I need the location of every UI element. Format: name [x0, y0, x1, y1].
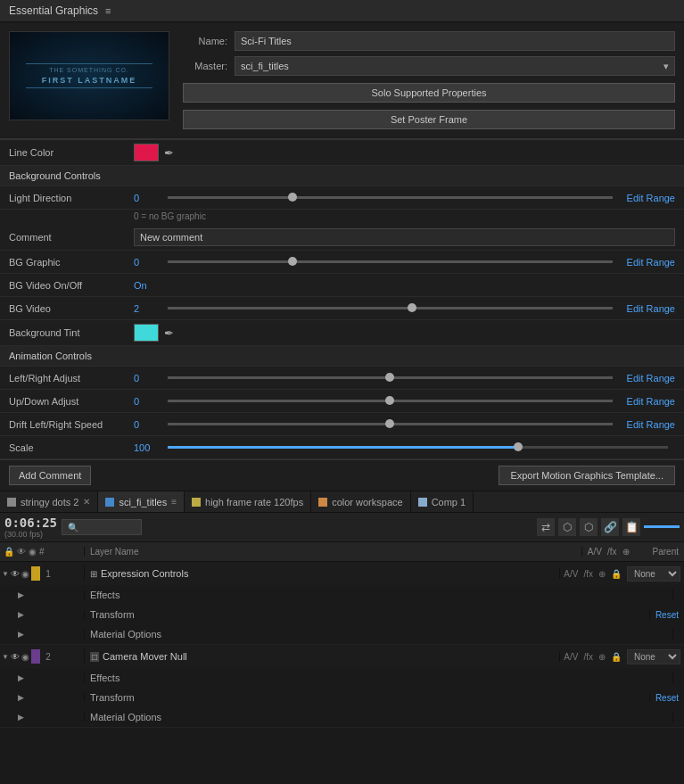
drift-track: [168, 423, 613, 425]
light-direction-handle[interactable]: [288, 193, 297, 202]
comment-input[interactable]: [134, 228, 675, 246]
timeline-header-row: 0:06:25 (30.00 fps) ⇄ ⬡ ⬡ 🔗 📋: [0, 513, 684, 542]
timeline-ctrl-4[interactable]: 🔗: [601, 518, 619, 536]
layer-2-props: A/V /fx ⊕ 🔒 None: [560, 649, 684, 664]
av-header: A/V: [588, 547, 602, 557]
light-direction-value[interactable]: 0: [134, 193, 161, 203]
tab-color-workspace[interactable]: color workspace: [311, 491, 410, 513]
drift-edit-range[interactable]: Edit Range: [627, 419, 675, 430]
drift-handle[interactable]: [385, 419, 394, 428]
effects-1-expand-icon[interactable]: ▶: [18, 590, 24, 599]
tab-menu-sci-fi[interactable]: ≡: [171, 497, 177, 507]
thumbnail-text-small: THE SOMETHING CO.: [49, 67, 129, 73]
effects-2-expand-icon[interactable]: ▶: [18, 673, 24, 682]
transform-2-expand-icon[interactable]: ▶: [18, 693, 24, 702]
up-down-row: Up/Down Adjust 0 Edit Range: [0, 390, 684, 413]
layer-1-visibility-icon[interactable]: 👁: [11, 569, 20, 579]
bg-video-slider[interactable]: [168, 307, 613, 309]
bg-graphic-handle[interactable]: [288, 257, 297, 266]
scale-handle[interactable]: [514, 442, 523, 451]
bg-video-track: [168, 307, 613, 309]
up-down-handle[interactable]: [385, 396, 394, 405]
layer-1-material-indent: ▶: [0, 630, 85, 639]
tab-comp1[interactable]: Comp 1: [411, 491, 474, 513]
bg-graphic-value[interactable]: 0: [134, 257, 161, 268]
export-button[interactable]: Export Motion Graphics Template...: [499, 466, 675, 485]
layer-1-name[interactable]: Expression Controls: [101, 568, 188, 579]
thumbnail-content: THE SOMETHING CO. FIRST LASTNAME: [10, 32, 169, 120]
layer-1-transform-reset[interactable]: Reset: [655, 610, 679, 620]
layer-2-transform-reset[interactable]: Reset: [655, 693, 679, 703]
layer-1-fx-icon[interactable]: /fx: [583, 569, 593, 579]
left-right-value[interactable]: 0: [134, 373, 161, 384]
solo-supported-button[interactable]: Solo Supported Properties: [183, 83, 675, 103]
timeline-ctrl-5[interactable]: 📋: [622, 518, 640, 536]
set-poster-frame-button[interactable]: Set Poster Frame: [183, 110, 675, 129]
master-dropdown[interactable]: sci_fi_titles ▾: [235, 56, 675, 76]
left-right-handle[interactable]: [385, 373, 394, 382]
transform-1-expand-icon[interactable]: ▶: [18, 610, 24, 619]
tab-sci-fi-titles[interactable]: sci_fi_titles ≡: [98, 491, 185, 513]
up-down-value[interactable]: 0: [134, 396, 161, 407]
light-direction-slider[interactable]: [168, 196, 613, 199]
bg-graphic-edit-range[interactable]: Edit Range: [627, 257, 675, 268]
up-down-slider[interactable]: [168, 400, 613, 402]
eye-header-icon: 👁: [17, 547, 26, 557]
bg-tint-swatch[interactable]: [134, 324, 159, 342]
name-input[interactable]: [235, 31, 675, 51]
properties-panel: Line Color ✒ Background Controls Light D…: [0, 139, 684, 491]
timeline-ctrl-2[interactable]: ⬡: [558, 518, 576, 536]
drift-value[interactable]: 0: [134, 419, 161, 430]
bg-controls-label: Background Controls: [9, 170, 101, 181]
layer-1-label-color: [31, 566, 40, 581]
chevron-down-icon: ▾: [663, 61, 669, 72]
tab-high-frame-rate[interactable]: high frame rate 120fps: [185, 491, 311, 513]
tab-color-hfr: [192, 498, 201, 507]
bg-video-row: BG Video 2 Edit Range: [0, 297, 684, 320]
bg-video-edit-range[interactable]: Edit Range: [627, 303, 675, 314]
panel-menu-icon[interactable]: ≡: [105, 5, 111, 16]
layer-search-input[interactable]: [62, 519, 142, 535]
line-color-swatch[interactable]: [134, 144, 159, 161]
layer-1-parent-select[interactable]: None: [627, 566, 680, 582]
tab-label-stringy: stringy dots 2: [21, 497, 78, 508]
tab-stringy-dots[interactable]: stringy dots 2 ✕: [0, 491, 98, 513]
layer-2-visibility-icon[interactable]: 👁: [11, 652, 20, 662]
add-comment-button[interactable]: Add Comment: [9, 466, 91, 485]
layer-2-fx-icon[interactable]: /fx: [583, 652, 593, 662]
bg-graphic-slider[interactable]: [168, 260, 613, 263]
bg-controls-header: Background Controls: [0, 166, 684, 186]
left-right-edit-range[interactable]: Edit Range: [627, 373, 675, 384]
layer-2-name[interactable]: Camera Mover Null: [103, 651, 187, 662]
tab-close-stringy[interactable]: ✕: [83, 497, 90, 507]
bg-tint-eyedropper-icon[interactable]: ✒: [164, 326, 174, 340]
panel-title: Essential Graphics: [9, 4, 98, 17]
layer-2-solo-icon[interactable]: ◉: [21, 652, 29, 662]
up-down-label: Up/Down Adjust: [9, 396, 134, 407]
tab-color-comp1: [418, 498, 427, 507]
layer-2-expand-icon[interactable]: ▼: [2, 653, 9, 661]
layer-1-expand-icon[interactable]: ▼: [2, 570, 9, 578]
layer-2-transform-label: Transform: [85, 692, 650, 703]
master-value: sci_fi_titles: [241, 61, 289, 71]
light-direction-edit-range[interactable]: Edit Range: [627, 193, 675, 203]
material-2-expand-icon[interactable]: ▶: [18, 713, 24, 722]
layer-2-parent-select[interactable]: None: [627, 649, 680, 664]
up-down-edit-range[interactable]: Edit Range: [627, 396, 675, 407]
bg-video-onoff-value[interactable]: On: [134, 280, 147, 291]
bg-video-value[interactable]: 2: [134, 303, 161, 314]
bg-video-handle[interactable]: [408, 303, 416, 312]
eyedropper-icon[interactable]: ✒: [164, 146, 174, 160]
scale-label: Scale: [9, 442, 134, 453]
material-1-expand-icon[interactable]: ▶: [18, 630, 24, 639]
timeline-ctrl-3[interactable]: ⬡: [580, 518, 597, 536]
layer-1-material-row: ▶ Material Options: [0, 624, 684, 644]
left-right-slider[interactable]: [168, 376, 613, 379]
drift-slider[interactable]: [168, 423, 613, 425]
timeline-ctrl-1[interactable]: ⇄: [537, 518, 555, 536]
scale-slider[interactable]: [168, 446, 668, 449]
scale-value[interactable]: 100: [134, 442, 161, 453]
layer-1-solo-icon[interactable]: ◉: [21, 569, 29, 579]
panel-header: Essential Graphics ≡: [0, 0, 684, 22]
bg-tint-row: Background Tint ✒: [0, 320, 684, 346]
